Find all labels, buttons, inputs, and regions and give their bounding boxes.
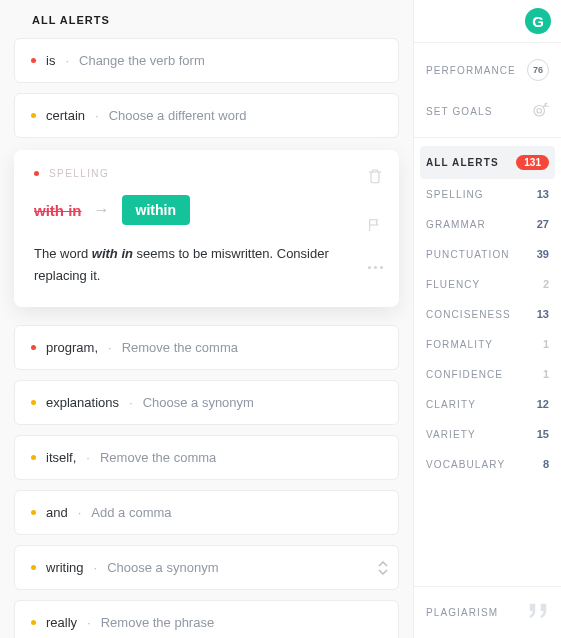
incorrect-word: with in	[34, 202, 82, 219]
performance-label: PERFORMANCE	[426, 65, 516, 76]
alert-word: is	[46, 53, 55, 68]
alert-action: Remove the comma	[122, 340, 238, 355]
category-count: 13	[537, 308, 549, 320]
category-grammar[interactable]: GRAMMAR27	[414, 209, 561, 239]
category-all-alerts[interactable]: ALL ALERTS 131	[420, 146, 555, 179]
sidebar: G PERFORMANCE 76 SET GOALS ALL ALERTS 13…	[413, 0, 561, 638]
category-clarity[interactable]: CLARITY12	[414, 389, 561, 419]
alert-action: Add a comma	[91, 505, 171, 520]
separator: ·	[78, 505, 82, 520]
alert-action: Change the verb form	[79, 53, 205, 68]
category-variety[interactable]: VARIETY15	[414, 419, 561, 449]
separator: ·	[86, 450, 90, 465]
alert-card[interactable]: really · Remove the phrase	[14, 600, 399, 638]
category-label: PUNCTUATION	[426, 249, 510, 260]
alert-dot-icon	[31, 345, 36, 350]
category-label: CONFIDENCE	[426, 369, 503, 380]
set-goals-label: SET GOALS	[426, 106, 492, 117]
category-punctuation[interactable]: PUNCTUATION39	[414, 239, 561, 269]
nav-arrows[interactable]	[378, 560, 388, 576]
plagiarism-label: PLAGIARISM	[426, 607, 498, 618]
category-label: CLARITY	[426, 399, 476, 410]
alert-dot-icon	[31, 620, 36, 625]
alert-word: program,	[46, 340, 98, 355]
expanded-alert-card: SPELLING with in → within The word with …	[14, 150, 399, 307]
alert-card[interactable]: itself, · Remove the comma	[14, 435, 399, 480]
alerts-panel: ALL ALERTS is · Change the verb form cer…	[0, 0, 413, 638]
target-icon	[531, 101, 549, 121]
category-count: 27	[537, 218, 549, 230]
alert-action: Choose a different word	[109, 108, 247, 123]
more-options-icon[interactable]	[368, 266, 383, 269]
alert-card[interactable]: and · Add a comma	[14, 490, 399, 535]
alert-dot-icon	[31, 400, 36, 405]
alert-card[interactable]: certain · Choose a different word	[14, 93, 399, 138]
category-confidence[interactable]: CONFIDENCE1	[414, 359, 561, 389]
category-label: FLUENCY	[426, 279, 480, 290]
category-count: 1	[543, 368, 549, 380]
separator: ·	[94, 560, 98, 575]
category-spelling[interactable]: SPELLING13	[414, 179, 561, 209]
category-label: SPELLING	[426, 189, 484, 200]
category-label: VARIETY	[426, 429, 476, 440]
alert-word: itself,	[46, 450, 76, 465]
alert-word: really	[46, 615, 77, 630]
category-count: 8	[543, 458, 549, 470]
alert-category-tag: SPELLING	[34, 168, 379, 179]
category-count: 12	[537, 398, 549, 410]
alert-action: Choose a synonym	[143, 395, 254, 410]
alert-dot-icon	[34, 171, 39, 176]
suggestion-button[interactable]: within	[122, 195, 190, 225]
alert-word: explanations	[46, 395, 119, 410]
performance-row[interactable]: PERFORMANCE 76	[414, 49, 561, 91]
category-label: ALL ALERTS	[426, 157, 499, 168]
category-count: 13	[537, 188, 549, 200]
chevron-up-icon[interactable]	[378, 560, 388, 568]
category-label: FORMALITY	[426, 339, 493, 350]
alert-action: Remove the comma	[100, 450, 216, 465]
alert-dot-icon	[31, 565, 36, 570]
arrow-right-icon: →	[94, 201, 110, 219]
category-label: GRAMMAR	[426, 219, 486, 230]
separator: ·	[129, 395, 133, 410]
alert-word: certain	[46, 108, 85, 123]
alert-category-label: SPELLING	[49, 168, 109, 179]
desc-highlight: with in	[92, 246, 133, 261]
category-formality[interactable]: FORMALITY1	[414, 329, 561, 359]
set-goals-row[interactable]: SET GOALS	[414, 91, 561, 131]
quote-icon	[527, 601, 549, 624]
alert-dot-icon	[31, 113, 36, 118]
alert-dot-icon	[31, 510, 36, 515]
alert-card[interactable]: writing · Choose a synonym	[14, 545, 399, 590]
alert-word: writing	[46, 560, 84, 575]
category-fluency[interactable]: FLUENCY2	[414, 269, 561, 299]
category-count: 39	[537, 248, 549, 260]
chevron-down-icon[interactable]	[378, 568, 388, 576]
alert-dot-icon	[31, 455, 36, 460]
alert-card[interactable]: is · Change the verb form	[14, 38, 399, 83]
category-conciseness[interactable]: CONCISENESS13	[414, 299, 561, 329]
alert-word: and	[46, 505, 68, 520]
alert-count-badge: 131	[516, 155, 549, 170]
alert-dot-icon	[31, 58, 36, 63]
svg-point-1	[537, 109, 542, 114]
desc-text: The word	[34, 246, 92, 261]
performance-score: 76	[527, 59, 549, 81]
alert-action: Remove the phrase	[101, 615, 214, 630]
category-count: 2	[543, 278, 549, 290]
category-label: VOCABULARY	[426, 459, 505, 470]
alert-description: The word with in seems to be miswritten.…	[34, 243, 379, 287]
plagiarism-row[interactable]: PLAGIARISM	[414, 586, 561, 638]
trash-icon[interactable]	[367, 168, 383, 187]
category-count: 1	[543, 338, 549, 350]
alert-card[interactable]: program, · Remove the comma	[14, 325, 399, 370]
flag-icon[interactable]	[367, 217, 383, 236]
alert-card[interactable]: explanations · Choose a synonym	[14, 380, 399, 425]
svg-point-0	[534, 106, 545, 117]
category-vocabulary[interactable]: VOCABULARY8	[414, 449, 561, 479]
separator: ·	[95, 108, 99, 123]
separator: ·	[87, 615, 91, 630]
separator: ·	[65, 53, 69, 68]
separator: ·	[108, 340, 112, 355]
grammarly-logo-icon[interactable]: G	[525, 8, 551, 34]
